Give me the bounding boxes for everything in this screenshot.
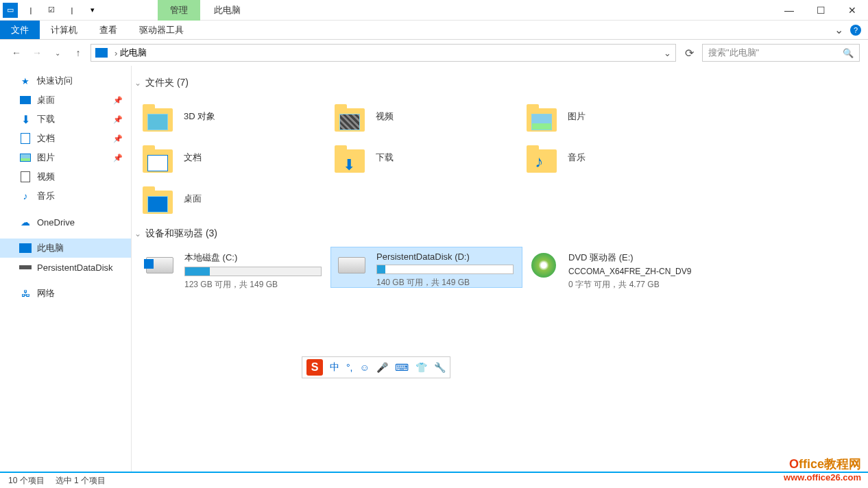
picture-icon <box>19 151 32 164</box>
pin-icon: 📌 <box>113 96 123 105</box>
sidebar-item-label: 视频 <box>37 171 55 183</box>
sidebar-item-label: OneDrive <box>37 217 75 228</box>
pc-icon <box>19 242 32 254</box>
ime-emoji-icon[interactable]: ☺ <box>360 362 370 373</box>
dvd-icon <box>527 252 560 279</box>
maximize-button[interactable]: ☐ <box>805 0 836 21</box>
sidebar-item-documents[interactable]: 文档 📌 <box>0 129 131 148</box>
drive-usage-bar <box>184 267 322 276</box>
folder-icon: ♪ <box>525 141 558 174</box>
status-item-count: 10 个项目 <box>8 475 45 487</box>
group-header-drives[interactable]: ⌄ 设备和驱动器 (3) <box>134 228 868 240</box>
sidebar-item-persistent-disk[interactable]: PersistentDataDisk <box>0 258 131 277</box>
drive-item-e[interactable]: DVD 驱动器 (E:) CCCOMA_X64FRE_ZH-CN_DV9 0 字… <box>522 247 714 288</box>
up-button[interactable]: ↑ <box>70 45 86 61</box>
sidebar-item-videos[interactable]: 视频 <box>0 167 131 186</box>
folder-item-downloads[interactable]: ⬇ 下载 <box>330 137 522 178</box>
quick-access-toolbar: ▭ | ☑ | ▾ <box>0 3 103 18</box>
ime-punct-icon[interactable]: °, <box>346 362 353 373</box>
sidebar-item-label: 桌面 <box>37 94 55 106</box>
drive-item-d[interactable]: PersistentDataDisk (D:) 140 GB 可用，共 149 … <box>330 247 522 288</box>
ime-keyboard-icon[interactable]: ⌨ <box>395 362 409 373</box>
folder-item-desktop[interactable]: 桌面 <box>138 178 330 219</box>
app-icon[interactable]: ▭ <box>3 3 18 18</box>
drive-name: PersistentDataDisk (D:) <box>376 252 518 262</box>
sidebar-item-music[interactable]: ♪ 音乐 <box>0 186 131 206</box>
ime-logo-icon[interactable]: S <box>306 359 323 376</box>
window-title: 此电脑 <box>214 4 241 16</box>
ime-lang-button[interactable]: 中 <box>330 361 339 374</box>
folder-item-pictures[interactable]: 图片 <box>522 96 714 137</box>
folder-label: 3D 对象 <box>184 110 215 123</box>
group-header-label: 文件夹 (7) <box>145 77 189 89</box>
ime-toolbox-icon[interactable]: 🔧 <box>434 362 446 373</box>
search-placeholder: 搜索"此电脑" <box>708 47 759 59</box>
folder-item-documents[interactable]: 文档 <box>138 137 330 178</box>
main-area: ★ 快速访问 桌面 📌 ⬇ 下载 📌 文档 📌 图片 📌 视频 ♪ <box>0 66 868 472</box>
sidebar-item-onedrive[interactable]: ☁ OneDrive <box>0 212 131 232</box>
close-button[interactable]: ✕ <box>836 0 868 21</box>
folder-label: 音乐 <box>568 151 586 164</box>
titlebar: ▭ | ☑ | ▾ 管理 此电脑 — ☐ ✕ <box>0 0 868 21</box>
window-controls: — ☐ ✕ <box>773 0 868 21</box>
folder-item-videos[interactable]: 视频 <box>330 96 522 137</box>
navigation-pane: ★ 快速访问 桌面 📌 ⬇ 下载 📌 文档 📌 图片 📌 视频 ♪ <box>0 66 132 472</box>
sidebar-item-quick-access[interactable]: ★ 快速访问 <box>0 71 131 90</box>
ribbon-tab-computer[interactable]: 计算机 <box>40 21 88 39</box>
document-icon <box>19 132 32 145</box>
music-icon: ♪ <box>19 190 32 202</box>
sidebar-item-desktop[interactable]: 桌面 📌 <box>0 90 131 110</box>
cloud-icon: ☁ <box>19 216 32 228</box>
drive-label: CCCOMA_X64FRE_ZH-CN_DV9 <box>568 267 710 276</box>
back-button[interactable]: ← <box>8 45 25 61</box>
search-input[interactable]: 搜索"此电脑" 🔍 <box>702 44 860 62</box>
ribbon-collapse-icon[interactable]: ⌄ <box>834 23 843 36</box>
ribbon-tab-drive-tools[interactable]: 驱动器工具 <box>128 21 195 39</box>
sidebar-item-label: 图片 <box>37 151 55 164</box>
status-selected-count: 选中 1 个项目 <box>56 475 106 487</box>
recent-dropdown[interactable]: ⌄ <box>49 45 66 61</box>
breadcrumb-location[interactable]: 此电脑 <box>120 47 147 59</box>
disk-icon <box>19 261 32 273</box>
pin-icon: 📌 <box>113 115 123 124</box>
ime-skin-icon[interactable]: 👕 <box>415 362 427 373</box>
sidebar-item-pictures[interactable]: 图片 📌 <box>0 148 131 167</box>
sidebar-item-label: 网络 <box>37 287 55 300</box>
sidebar-item-network[interactable]: 🖧 网络 <box>0 284 131 303</box>
drive-usage-text: 0 字节 可用，共 4.77 GB <box>568 279 710 291</box>
folder-item-music[interactable]: ♪ 音乐 <box>522 137 714 178</box>
content-pane: ⌄ 文件夹 (7) 3D 对象 视频 图片 文档 ⬇ 下载 <box>132 66 868 472</box>
ime-voice-icon[interactable]: 🎤 <box>376 362 388 373</box>
help-icon[interactable]: ? <box>850 25 861 36</box>
address-bar[interactable]: › 此电脑 ⌄ <box>91 44 676 62</box>
watermark-logo: O <box>789 457 799 471</box>
qat-dropdown-icon[interactable]: ▾ <box>85 3 100 18</box>
sidebar-item-label: 文档 <box>37 132 55 145</box>
folder-icon <box>141 141 174 174</box>
star-icon: ★ <box>19 75 32 87</box>
minimize-button[interactable]: — <box>773 0 805 21</box>
address-dropdown-icon[interactable]: ⌄ <box>664 48 671 58</box>
watermark-title: ffice教程网 <box>799 457 861 471</box>
ime-toolbar[interactable]: S 中 °, ☺ 🎤 ⌨ 👕 🔧 <box>302 356 450 378</box>
drive-usage-bar <box>376 265 514 274</box>
ribbon-tab-file[interactable]: 文件 <box>0 21 40 39</box>
chevron-down-icon: ⌄ <box>134 78 141 88</box>
properties-icon[interactable]: ☑ <box>44 3 59 18</box>
folder-label: 图片 <box>568 110 586 123</box>
drive-item-c[interactable]: 本地磁盘 (C:) 123 GB 可用，共 149 GB <box>138 247 330 288</box>
drive-usage-text: 140 GB 可用，共 149 GB <box>376 277 518 289</box>
refresh-button[interactable]: ⟳ <box>680 44 698 62</box>
forward-button[interactable]: → <box>29 45 45 61</box>
ribbon-context-tab-manage[interactable]: 管理 <box>158 0 200 21</box>
ribbon-tab-view[interactable]: 查看 <box>88 21 128 39</box>
sidebar-item-downloads[interactable]: ⬇ 下载 📌 <box>0 110 131 129</box>
group-header-folders[interactable]: ⌄ 文件夹 (7) <box>134 77 868 89</box>
folder-icon <box>333 100 366 133</box>
ribbon-tabs: 文件 计算机 查看 驱动器工具 ⌄ ? <box>0 21 868 40</box>
sidebar-item-this-pc[interactable]: 此电脑 <box>0 239 131 258</box>
sidebar-item-label: 此电脑 <box>37 242 64 254</box>
drive-usage-text: 123 GB 可用，共 149 GB <box>184 279 326 291</box>
sidebar-item-label: 下载 <box>37 113 55 125</box>
folder-item-3d[interactable]: 3D 对象 <box>138 96 330 137</box>
